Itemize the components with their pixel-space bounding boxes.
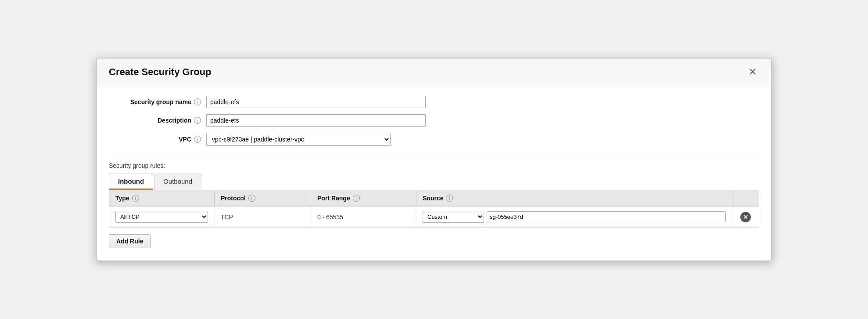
- source-header-info-icon: i: [446, 195, 453, 202]
- description-row: Description i: [109, 114, 759, 127]
- rules-section: Security group rules: Inbound Outbound T…: [109, 155, 759, 248]
- source-value-input[interactable]: [487, 211, 726, 222]
- delete-cell: ✕: [732, 207, 759, 227]
- vpc-label: VPC i: [109, 136, 201, 143]
- rules-tabs: Inbound Outbound: [109, 174, 759, 190]
- type-header-info-icon: i: [132, 195, 139, 202]
- form-section: Security group name i Description i VPC …: [109, 96, 759, 146]
- action-header: [732, 190, 759, 206]
- protocol-cell: TCP: [215, 209, 311, 225]
- port-range-header-info-icon: i: [353, 195, 360, 202]
- name-label: Security group name i: [109, 98, 201, 105]
- tab-inbound[interactable]: Inbound: [109, 174, 153, 190]
- description-input[interactable]: [206, 114, 426, 127]
- source-header: Source i: [416, 190, 732, 206]
- table-header: Type i Protocol i Port Range i Source i: [109, 190, 759, 207]
- name-row: Security group name i: [109, 96, 759, 108]
- protocol-header: Protocol i: [215, 190, 311, 206]
- rules-table: Type i Protocol i Port Range i Source i: [109, 190, 759, 228]
- type-select[interactable]: All TCP: [115, 211, 208, 223]
- source-cell: Custom: [416, 207, 732, 227]
- vpc-select[interactable]: vpc-c9f273ae | paddle-cluster-vpc: [206, 133, 391, 146]
- tab-outbound[interactable]: Outbound: [154, 174, 201, 190]
- name-input[interactable]: [206, 96, 426, 108]
- description-label: Description i: [109, 117, 201, 124]
- type-cell: All TCP: [109, 207, 215, 227]
- source-type-select[interactable]: Custom: [423, 211, 484, 223]
- description-info-icon: i: [194, 117, 201, 124]
- close-button[interactable]: ✕: [746, 66, 759, 78]
- delete-rule-button[interactable]: ✕: [740, 212, 751, 222]
- dialog-body: Security group name i Description i VPC …: [97, 85, 771, 261]
- protocol-header-info-icon: i: [248, 195, 255, 202]
- port-range-cell: 0 - 65535: [311, 209, 416, 225]
- create-security-group-dialog: Create Security Group ✕ Security group n…: [96, 58, 772, 261]
- delete-icon: ✕: [740, 212, 751, 222]
- name-info-icon: i: [194, 98, 201, 105]
- type-header: Type i: [109, 190, 215, 206]
- rules-label: Security group rules:: [109, 162, 759, 169]
- table-row: All TCP TCP 0 - 65535 Custom: [109, 207, 759, 228]
- vpc-info-icon: i: [194, 136, 201, 143]
- add-rule-button[interactable]: Add Rule: [109, 234, 151, 248]
- protocol-value: TCP: [221, 214, 233, 221]
- dialog-title: Create Security Group: [109, 66, 212, 78]
- dialog-header: Create Security Group ✕: [97, 58, 771, 85]
- vpc-row: VPC i vpc-c9f273ae | paddle-cluster-vpc: [109, 133, 759, 146]
- port-range-value: 0 - 65535: [317, 214, 343, 221]
- port-range-header: Port Range i: [311, 190, 416, 206]
